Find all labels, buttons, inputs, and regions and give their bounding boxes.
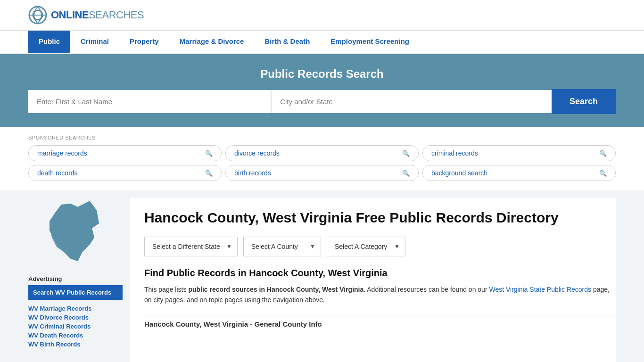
section-divider: Hancock County, West Virginia - General …: [144, 315, 616, 328]
county-dropdown-wrapper: Select A County ▼: [243, 237, 321, 256]
svg-marker-4: [50, 201, 99, 261]
search-icon: 🔍: [402, 150, 410, 157]
nav-item-criminal[interactable]: Criminal: [70, 31, 119, 53]
search-icon: 🔍: [402, 170, 410, 177]
nav-item-public[interactable]: Public: [28, 31, 70, 53]
sidebar: Advertising Search WV Public Records WV …: [28, 190, 123, 362]
name-search-input[interactable]: [28, 90, 271, 113]
main-content: Hancock County, West Virginia Free Publi…: [130, 198, 616, 362]
sidebar-link-criminal[interactable]: WV Criminal Records: [28, 323, 91, 330]
county-dropdown[interactable]: Select A County: [243, 237, 321, 256]
header: ONLINESEARCHES: [0, 0, 644, 31]
nav-item-birth-death[interactable]: Birth & Death: [254, 31, 320, 53]
pill-criminal-records[interactable]: criminal records 🔍: [422, 145, 616, 161]
search-banner: Public Records Search Search: [0, 54, 644, 127]
search-button[interactable]: Search: [552, 89, 616, 114]
pill-background-search[interactable]: background search 🔍: [422, 165, 616, 181]
sidebar-link-divorce[interactable]: WV Divorce Records: [28, 314, 89, 321]
state-dropdown-wrapper: Select a Different State ▼: [144, 237, 238, 256]
city-search-input[interactable]: [271, 90, 552, 113]
dropdowns-row: Select a Different State ▼ Select A Coun…: [144, 237, 616, 256]
ad-box[interactable]: Search WV Public Records: [28, 285, 123, 300]
pill-death-records[interactable]: death records 🔍: [28, 165, 222, 181]
sidebar-link-death[interactable]: WV Death Records: [28, 332, 83, 339]
sponsored-section: SPONSORED SEARCHES marriage records 🔍 di…: [0, 127, 644, 190]
sidebar-link-marriage[interactable]: WV Marriage Records: [28, 305, 91, 312]
sponsored-grid: marriage records 🔍 divorce records 🔍 cri…: [28, 145, 616, 181]
section-subtitle: Hancock County, West Virginia - General …: [144, 320, 616, 328]
sidebar-link-birth[interactable]: WV Birth Records: [28, 341, 81, 348]
logo-text: ONLINESEARCHES: [51, 9, 144, 21]
state-dropdown[interactable]: Select a Different State: [144, 237, 238, 256]
find-title: Find Public Records in Hancock County, W…: [144, 268, 616, 279]
logo-icon: [28, 6, 47, 25]
search-icon: 🔍: [599, 150, 607, 157]
search-icon: 🔍: [599, 170, 607, 177]
wv-records-link[interactable]: West Virginia State Public Records: [489, 286, 591, 293]
search-row: Search: [28, 89, 616, 114]
logo[interactable]: ONLINESEARCHES: [28, 6, 144, 25]
nav-item-employment[interactable]: Employment Screening: [320, 31, 420, 53]
pill-divorce-records[interactable]: divorce records 🔍: [225, 145, 419, 161]
state-map-wv: [45, 200, 106, 266]
category-dropdown-wrapper: Select A Category ▼: [327, 237, 405, 256]
banner-title: Public Records Search: [28, 67, 616, 81]
main-layout: Advertising Search WV Public Records WV …: [0, 190, 644, 362]
main-nav: Public Criminal Property Marriage & Divo…: [0, 31, 644, 54]
find-bold: public record sources in Hancock County,…: [188, 286, 363, 293]
find-description: This page lists public record sources in…: [144, 284, 616, 305]
search-icon: 🔍: [205, 150, 213, 157]
page-title: Hancock County, West Virginia Free Publi…: [144, 209, 616, 226]
advertising-label: Advertising: [28, 275, 123, 282]
category-dropdown[interactable]: Select A Category: [327, 237, 405, 256]
search-icon: 🔍: [205, 170, 213, 177]
pill-birth-records[interactable]: birth records 🔍: [225, 165, 419, 181]
pill-marriage-records[interactable]: marriage records 🔍: [28, 145, 222, 161]
sponsored-label: SPONSORED SEARCHES: [28, 135, 616, 140]
nav-item-property[interactable]: Property: [119, 31, 169, 53]
nav-item-marriage-divorce[interactable]: Marriage & Divorce: [169, 31, 255, 53]
sidebar-links: WV Marriage Records WV Divorce Records W…: [28, 304, 123, 348]
